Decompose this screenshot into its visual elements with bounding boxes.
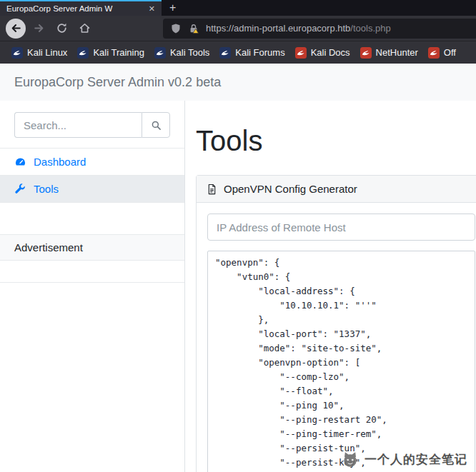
bookmark-kali-tools[interactable]: Kali Tools (149, 45, 214, 61)
home-icon (79, 22, 91, 34)
kali-dragon-icon (219, 47, 231, 59)
watermark-logo-icon (341, 450, 360, 468)
watermark-text: 一个人的安全笔记 (365, 451, 467, 468)
bookmark-kali-training[interactable]: Kali Training (72, 45, 149, 61)
sidebar-item-dashboard[interactable]: Dashboard (0, 149, 184, 176)
card-header: OpenVPN Config Generator (197, 176, 476, 203)
kali-dragon-icon (77, 47, 89, 59)
bookmark-nethunter[interactable]: NetHunter (355, 45, 423, 61)
bookmark-offsec[interactable]: Off (423, 45, 461, 61)
bookmark-label: Kali Training (93, 47, 144, 58)
bookmark-label: Kali Forums (235, 47, 284, 58)
card-title: OpenVPN Config Generator (224, 183, 357, 195)
search-icon (151, 120, 162, 131)
back-arrow-icon (10, 22, 22, 34)
browser-tab-active[interactable]: EuropaCorp Server Admin W ✕ (0, 0, 162, 16)
kali-docs-icon (295, 47, 307, 59)
card-body: "openvpn": { "vtun0": { "local-address":… (197, 203, 476, 472)
nav-label: Dashboard (34, 156, 86, 168)
firefox-window: EuropaCorp Server Admin W ✕ + https://ad… (0, 0, 476, 472)
nethunter-icon (360, 47, 372, 59)
main-content: Tools OpenVPN Config Generator "openvpn"… (185, 101, 476, 472)
nav-label: Tools (34, 183, 59, 195)
site-brand: EuropaCorp Server Admin v0.2 beta (14, 75, 221, 90)
bookmark-label: Off (444, 47, 456, 58)
bookmarks-toolbar: Kali Linux Kali Training Kali Tools Kali… (0, 41, 476, 64)
offsec-icon (428, 47, 440, 59)
watermark: 一个人的安全笔记 (341, 450, 467, 468)
new-tab-button[interactable]: + (162, 0, 184, 16)
reload-icon (56, 22, 68, 34)
bookmark-label: Kali Docs (311, 47, 350, 58)
ip-address-input[interactable] (207, 214, 475, 241)
address-bar[interactable]: https://admin-portal.europacorp.htb/tool… (163, 19, 476, 39)
bookmark-label: Kali Linux (27, 47, 67, 58)
tab-title: EuropaCorp Server Admin W (6, 4, 144, 13)
bookmark-kali-forums[interactable]: Kali Forums (214, 45, 289, 61)
page-content: Dashboard Tools Advertisement Tools (0, 101, 476, 472)
reload-button[interactable] (51, 19, 71, 39)
bookmark-kali-docs[interactable]: Kali Docs (290, 45, 355, 61)
tab-strip: EuropaCorp Server Admin W ✕ + (0, 0, 476, 16)
home-button[interactable] (74, 19, 94, 39)
advertisement-section: Advertisement (0, 234, 184, 283)
advertisement-header: Advertisement (0, 234, 184, 261)
url-domain: https://admin-portal.europacorp.htb (206, 23, 350, 34)
web-page: EuropaCorp Server Admin v0.2 beta Dashbo… (0, 64, 476, 472)
search-button[interactable] (142, 112, 170, 138)
sidebar-nav: Dashboard Tools (0, 148, 184, 203)
forward-arrow-icon (33, 22, 45, 34)
navigation-toolbar: https://admin-portal.europacorp.htb/tool… (0, 16, 476, 41)
openvpn-config-output: "openvpn": { "vtun0": { "local-address":… (207, 251, 475, 472)
dashboard-gauge-icon (14, 156, 26, 168)
page-title: Tools (196, 125, 476, 156)
advertisement-body (0, 261, 184, 283)
back-button[interactable] (6, 19, 26, 39)
url-text: https://admin-portal.europacorp.htb/tool… (206, 23, 391, 34)
bookmark-kali-linux[interactable]: Kali Linux (6, 45, 72, 61)
wrench-icon (14, 183, 26, 195)
sidebar-search-group (14, 112, 170, 138)
search-input[interactable] (14, 112, 142, 138)
openvpn-generator-card: OpenVPN Config Generator "openvpn": { "v… (196, 175, 476, 472)
sidebar: Dashboard Tools Advertisement (0, 101, 185, 472)
bookmark-label: Kali Tools (170, 47, 209, 58)
url-path: /tools.php (350, 23, 390, 34)
connection-lock-warning-icon[interactable] (188, 23, 199, 34)
site-navbar: EuropaCorp Server Admin v0.2 beta (0, 64, 476, 101)
kali-dragon-icon (154, 47, 166, 59)
sidebar-item-tools[interactable]: Tools (0, 176, 184, 203)
kali-dragon-icon (11, 47, 23, 59)
forward-button[interactable] (29, 19, 49, 39)
tracking-protection-shield-icon[interactable] (170, 23, 182, 34)
tab-close-icon[interactable]: ✕ (147, 4, 157, 14)
file-icon (207, 184, 217, 195)
bookmark-label: NetHunter (376, 47, 418, 58)
